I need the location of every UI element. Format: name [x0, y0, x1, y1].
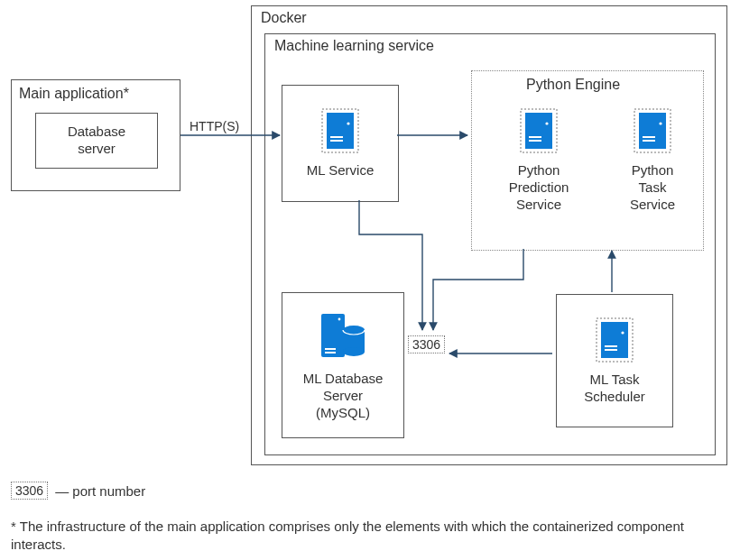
- svg-rect-25: [605, 345, 617, 347]
- svg-point-21: [343, 347, 365, 356]
- svg-point-24: [621, 331, 624, 334]
- svg-rect-9: [529, 140, 541, 142]
- main-application-box: Main application* Database server: [11, 79, 180, 191]
- ml-database-server: ML Database Server (MySQL): [282, 292, 404, 438]
- python-engine-box: Python Engine Python Prediction Service: [471, 70, 704, 251]
- ml-task-scheduler: ML Task Scheduler: [556, 294, 673, 427]
- service-door-icon: [633, 142, 672, 157]
- svg-rect-26: [605, 349, 617, 351]
- database-server-box: Database server: [35, 113, 158, 169]
- service-door-icon: [519, 142, 559, 157]
- python-prediction-service: Python Prediction Service: [485, 107, 593, 213]
- architecture-diagram: Main application* Database server Docker…: [0, 0, 740, 560]
- service-door-icon: [320, 107, 360, 157]
- port-legend: 3306 — port number: [11, 482, 145, 500]
- svg-rect-15: [321, 314, 345, 357]
- python-task-service: Python Task Service: [609, 107, 696, 213]
- svg-rect-17: [325, 352, 336, 353]
- svg-point-2: [347, 123, 349, 125]
- database-icon: [318, 308, 368, 365]
- port-legend-text: — port number: [55, 483, 145, 499]
- svg-rect-14: [643, 140, 655, 142]
- svg-rect-3: [330, 136, 343, 138]
- svg-rect-13: [643, 136, 655, 138]
- ml-database-label: ML Database Server (MySQL): [303, 371, 384, 421]
- port-legend-sample: 3306: [11, 482, 48, 500]
- svg-rect-4: [330, 140, 343, 142]
- database-server-label: Database server: [68, 124, 125, 158]
- docker-title: Docker: [261, 10, 307, 26]
- ml-service-component: ML Service: [282, 85, 399, 202]
- ml-service-container-title: Machine learning service: [274, 38, 434, 54]
- service-door-icon: [595, 317, 634, 366]
- svg-rect-6: [525, 113, 552, 149]
- svg-rect-8: [529, 136, 541, 138]
- python-engine-title: Python Engine: [526, 77, 620, 93]
- svg-point-18: [338, 318, 341, 321]
- svg-rect-16: [325, 348, 336, 350]
- http-edge-label: HTTP(S): [190, 119, 239, 133]
- svg-rect-1: [327, 113, 354, 149]
- ml-db-port-badge: 3306: [408, 335, 445, 353]
- svg-point-7: [545, 122, 548, 124]
- python-task-label: Python Task Service: [609, 162, 696, 213]
- main-application-title: Main application*: [19, 86, 129, 102]
- docker-box: Docker Machine learning service ML Servi…: [251, 5, 727, 465]
- svg-rect-23: [601, 322, 628, 358]
- footnote-text: * The infrastructure of the main applica…: [11, 518, 733, 555]
- ml-task-scheduler-label: ML Task Scheduler: [584, 372, 645, 406]
- svg-point-12: [659, 122, 661, 124]
- svg-rect-11: [639, 113, 666, 149]
- python-prediction-label: Python Prediction Service: [485, 162, 593, 213]
- ml-service-label: ML Service: [307, 162, 374, 179]
- ml-service-container-box: Machine learning service ML Service Pyth…: [264, 33, 716, 455]
